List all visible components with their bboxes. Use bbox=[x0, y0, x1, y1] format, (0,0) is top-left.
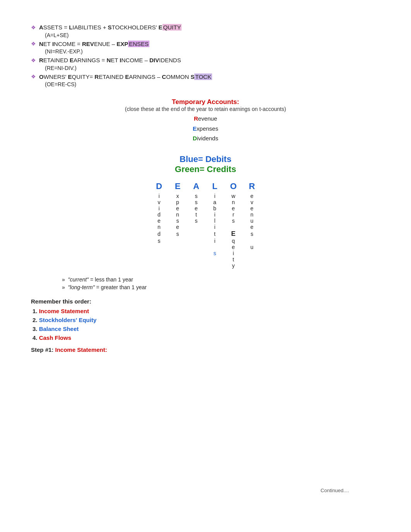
equation-retained-earnings-line: ❖ RETAINED EARNINGS = NET INCOME – DIVID… bbox=[31, 56, 380, 65]
dealor-header-a: A bbox=[187, 181, 206, 193]
order-item-2: 2. Stockholders' Equity bbox=[33, 317, 380, 323]
order-label-3: Balance Sheet bbox=[39, 326, 79, 332]
equations-section: ❖ ASSETS = LIABILITIES + STOCKHOLDERS' E… bbox=[31, 23, 380, 87]
equation-owners-equity-line: ❖ OWNERS' EQUITY= RETAINED EARNINGS – CO… bbox=[31, 73, 380, 82]
dealor-row-1: i x s i w e bbox=[150, 193, 261, 199]
order-label-2: Stockholders' Equity bbox=[39, 317, 97, 323]
note-long-term: » "long-term" = greater than 1 year bbox=[62, 284, 380, 290]
step-label: Step #1: bbox=[31, 346, 53, 353]
dealor-row-9: e u bbox=[150, 244, 261, 250]
dealor-row-8: s i q bbox=[150, 238, 261, 244]
eq-assets-text: ASSETS = LIABILITIES + STOCKHOLDERS' EQU… bbox=[39, 23, 182, 32]
temp-accounts-list: Revenue Expenses Dividends bbox=[31, 114, 380, 143]
order-label-4: Cash Flows bbox=[39, 334, 71, 341]
continued-label: Continued.... bbox=[320, 488, 349, 493]
blue-green-section: Blue= Debits Green= Credits bbox=[31, 154, 380, 174]
temp-accounts-subtitle: (close these at the end of the year to r… bbox=[31, 106, 380, 112]
equation-assets: ❖ ASSETS = LIABILITIES + STOCKHOLDERS' E… bbox=[31, 23, 380, 38]
temp-revenue: Revenue bbox=[31, 114, 380, 124]
step-value: Income Statement: bbox=[55, 346, 107, 353]
dealor-row-11: t bbox=[150, 256, 261, 263]
dealor-header-d: D bbox=[150, 181, 168, 193]
equation-owners-equity: ❖ OWNERS' EQUITY= RETAINED EARNINGS – CO… bbox=[31, 73, 380, 88]
bullet-owners-equity: ❖ bbox=[31, 73, 36, 81]
order-item-3: 3. Balance Sheet bbox=[33, 326, 380, 332]
dealor-table: D E A L O R i x s i w e bbox=[31, 181, 380, 269]
notes-section: » "current" = less than 1 year » "long-t… bbox=[62, 276, 380, 290]
dealor-grid: D E A L O R i x s i w e bbox=[150, 181, 261, 269]
order-list: 1. Income Statement 2. Stockholders' Equ… bbox=[33, 308, 380, 341]
dealor-row-5: e s s l s u bbox=[150, 218, 261, 224]
bullet-assets: ❖ bbox=[31, 24, 36, 32]
bullet-net-income: ❖ bbox=[31, 40, 36, 48]
dealor-row-10: s i bbox=[150, 250, 261, 256]
equation-net-income: ❖ NET INCOME = REVENUE – EXPENSES (NI=RE… bbox=[31, 40, 380, 55]
eq-retained-earnings-text: RETAINED EARNINGS = NET INCOME – DIVIDEN… bbox=[39, 56, 181, 65]
equation-retained-earnings-sub: (RE=NI-DIV.) bbox=[45, 65, 380, 71]
dealor-header-e: E bbox=[168, 181, 187, 193]
dealor-header-o: O bbox=[224, 181, 243, 193]
eq-owners-equity-text: OWNERS' EQUITY= RETAINED EARNINGS – COMM… bbox=[39, 73, 212, 82]
dealor-E-bold: E bbox=[224, 230, 243, 238]
eq-net-income-text: NET INCOME = REVENUE – EXPENSES bbox=[39, 40, 149, 49]
bullet-retained-earnings: ❖ bbox=[31, 56, 36, 65]
dealor-header-l: L bbox=[206, 181, 224, 193]
order-label-1: Income Statement bbox=[39, 308, 89, 314]
temp-accounts-section: Temporary Accounts: (close these at the … bbox=[31, 98, 380, 143]
equation-net-income-sub: (NI=REV.-EXP.) bbox=[45, 48, 380, 55]
temp-accounts-title: Temporary Accounts: bbox=[31, 98, 380, 106]
dealor-row-12: y bbox=[150, 263, 261, 269]
equation-assets-sub: (A=L+SE) bbox=[45, 32, 380, 38]
blue-debits-label: Blue= Debits bbox=[31, 154, 380, 164]
equation-net-income-line: ❖ NET INCOME = REVENUE – EXPENSES bbox=[31, 40, 380, 49]
equation-owners-equity-sub: (OE=RE-CS) bbox=[45, 81, 380, 87]
dealor-row-2: v p s a n v bbox=[150, 199, 261, 205]
dealor-row-6: n e i e bbox=[150, 224, 261, 230]
dealor-row-3: i e e b e e bbox=[150, 205, 261, 211]
step-section: Step #1: Income Statement: bbox=[31, 346, 380, 353]
green-credits-label: Green= Credits bbox=[31, 164, 380, 174]
remember-title: Remember this order: bbox=[31, 298, 380, 305]
remember-section: Remember this order: 1. Income Statement… bbox=[31, 298, 380, 341]
dealor-row-4: d n t i r n bbox=[150, 211, 261, 218]
page-wrapper: ❖ ASSETS = LIABILITIES + STOCKHOLDERS' E… bbox=[31, 23, 380, 509]
dealor-header-r: R bbox=[243, 181, 261, 193]
order-item-4: 4. Cash Flows bbox=[33, 334, 380, 341]
equation-retained-earnings: ❖ RETAINED EARNINGS = NET INCOME – DIVID… bbox=[31, 56, 380, 71]
dealor-row-7: d s t E s bbox=[150, 230, 261, 238]
note-current: » "current" = less than 1 year bbox=[62, 276, 380, 283]
temp-dividends: Dividends bbox=[31, 133, 380, 143]
order-item-1: 1. Income Statement bbox=[33, 308, 380, 314]
temp-expenses: Expenses bbox=[31, 124, 380, 134]
equation-assets-line: ❖ ASSETS = LIABILITIES + STOCKHOLDERS' E… bbox=[31, 23, 380, 32]
